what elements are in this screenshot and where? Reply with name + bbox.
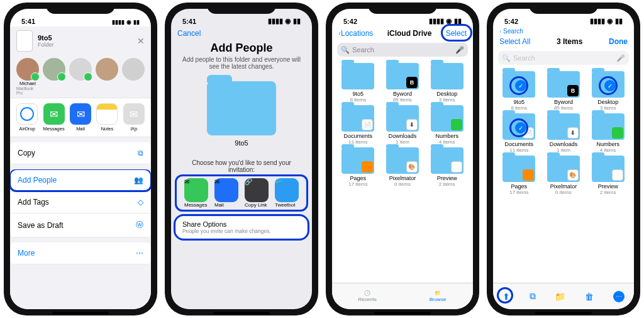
invite-app[interactable]: ✉Mail	[214, 178, 238, 208]
folder-item[interactable]: 🎨Pixelmator0 items	[541, 156, 586, 195]
action-copy[interactable]: Copy ⧉	[10, 142, 151, 164]
duplicate-button[interactable]: ⧉	[530, 291, 536, 302]
folder-item[interactable]: Preview2 items	[425, 147, 469, 187]
invite-app[interactable]: 🐦Tweetbot	[275, 178, 299, 208]
folder-item[interactable]: 📄Documents11 items	[336, 105, 380, 145]
status-time: 5:42	[343, 18, 357, 25]
folder-name: Documents	[344, 133, 373, 139]
action-add-tags-label: Add Tags	[18, 198, 49, 207]
app-badge-icon	[362, 161, 373, 173]
folder-icon	[431, 63, 464, 89]
folder-icon: 📁	[435, 290, 441, 296]
more-button[interactable]: ⋯	[613, 291, 625, 302]
folder-item[interactable]: ⬇Downloads1 item	[541, 113, 586, 153]
contact-device: MacBook Pro	[16, 86, 39, 95]
app-label: iXp	[130, 126, 137, 132]
selected-check-icon: ✓	[515, 80, 526, 91]
folder-item[interactable]: BByword85 items	[380, 63, 425, 103]
back-button[interactable]: ‹Locations	[338, 29, 373, 38]
search-placeholder: Search	[513, 54, 535, 62]
folder-item[interactable]: Desktop3 items	[425, 63, 469, 103]
status-time: 5:42	[504, 18, 518, 25]
contact-item[interactable]	[96, 58, 118, 95]
file-name: 9to5	[38, 34, 54, 42]
share-options-row[interactable]: Share Options People you invite can make…	[176, 217, 307, 238]
contact-item[interactable]	[69, 58, 92, 95]
action-add-tags[interactable]: Add Tags ◇	[10, 191, 151, 213]
trash-button[interactable]: 🗑	[585, 292, 594, 302]
contact-item[interactable]	[122, 58, 145, 95]
folder-item[interactable]: Preview2 items	[586, 156, 630, 195]
folder-item[interactable]: BByword85 items	[541, 71, 586, 111]
contact-item[interactable]	[43, 58, 65, 95]
status-right: ▮▮▮▮◉▮▮	[112, 19, 140, 25]
search-input[interactable]: 🔍 Search 🎤	[337, 43, 468, 57]
folder-icon	[502, 156, 535, 182]
action-copy-label: Copy	[18, 149, 35, 157]
folder-name: Byword	[393, 91, 412, 97]
folder-sub: 2 items	[439, 181, 455, 187]
select-button[interactable]: Select	[446, 29, 467, 38]
move-button[interactable]: 📁	[555, 292, 565, 302]
folder-name: Preview	[598, 183, 618, 190]
folder-icon: ⬇	[547, 113, 580, 140]
status-right: ▮▮▮▮ ◉ ▮▮	[590, 17, 623, 25]
action-add-people[interactable]: Add People 👥	[10, 169, 151, 191]
app-icon: ✉	[214, 178, 238, 202]
more-icon: ⋯	[136, 249, 143, 258]
invite-app[interactable]: ✉Messages	[184, 178, 208, 208]
status-time: 5:41	[182, 18, 196, 25]
app-label: Copy Link	[245, 202, 269, 208]
folder-item[interactable]: Numbers4 items	[425, 105, 469, 145]
folder-item[interactable]: Pages17 items	[336, 147, 380, 187]
action-save-draft[interactable]: Save as Draft ⓦ	[10, 213, 151, 237]
app-label: Mail	[76, 126, 85, 132]
folder-item[interactable]: Numbers4 items	[586, 113, 630, 153]
app-icon: ✉	[70, 103, 91, 125]
app-badge-icon: 📄	[362, 119, 373, 130]
app-label: AirDrop	[19, 126, 35, 132]
folder-icon: 🎨	[386, 147, 419, 174]
share-options-sub: People you invite can make changes.	[182, 228, 301, 234]
folder-item[interactable]: ✓Desktop3 items	[586, 71, 630, 111]
folder-name: Preview	[437, 175, 457, 181]
invite-app[interactable]: 🔗Copy Link	[245, 178, 269, 208]
tab-browse[interactable]: 📁 Browse	[402, 283, 473, 309]
share-app[interactable]: ✉iXp	[123, 103, 145, 132]
app-badge-icon: B	[567, 85, 579, 96]
cancel-button[interactable]: Cancel	[177, 29, 201, 38]
folder-item[interactable]: 9to58 items	[336, 63, 380, 103]
contact-item[interactable]: MichaelMacBook Pro	[16, 58, 39, 95]
folder-item[interactable]: 📄✓Documents11 items	[497, 113, 541, 153]
tab-recents-label: Recents	[358, 297, 376, 302]
app-badge-icon	[451, 119, 462, 130]
app-badge-icon	[451, 161, 462, 173]
share-button[interactable]: ⬆︎	[502, 292, 510, 302]
app-badge-icon: 🎨	[567, 169, 579, 181]
search-input: 🔍 Search 🎤	[498, 51, 629, 65]
action-add-people-label: Add People	[18, 176, 57, 185]
folder-item[interactable]: ✓9to58 items	[497, 71, 541, 111]
avatar-icon	[43, 58, 65, 81]
share-app[interactable]: AirDrop	[16, 103, 38, 132]
share-app[interactable]: ✉Mail	[70, 103, 91, 132]
folder-preview-icon	[207, 81, 276, 135]
folder-item[interactable]: 🎨Pixelmator0 items	[380, 147, 425, 187]
close-icon[interactable]: ✕	[137, 36, 145, 46]
mic-icon: 🎤	[455, 46, 464, 54]
share-app[interactable]: Notes	[96, 103, 118, 132]
folder-name: Numbers	[435, 133, 458, 139]
select-all-button[interactable]: Select All	[499, 37, 530, 46]
app-badge-icon: 🎨	[406, 161, 418, 173]
search-icon: 🔍	[341, 46, 350, 54]
app-icon: ✉	[43, 103, 65, 125]
done-button[interactable]: Done	[609, 37, 628, 46]
share-options-label: Share Options	[182, 220, 301, 228]
folder-item[interactable]: ⬇Downloads1 item	[380, 105, 425, 145]
tab-recents[interactable]: 🕑 Recents	[332, 283, 402, 309]
folder-item[interactable]: Pages17 items	[497, 156, 541, 195]
action-more[interactable]: More ⋯	[10, 242, 151, 264]
folder-name: Desktop	[597, 99, 618, 105]
mic-icon: 🎤	[616, 54, 625, 62]
share-app[interactable]: ✉Messages	[43, 103, 64, 132]
